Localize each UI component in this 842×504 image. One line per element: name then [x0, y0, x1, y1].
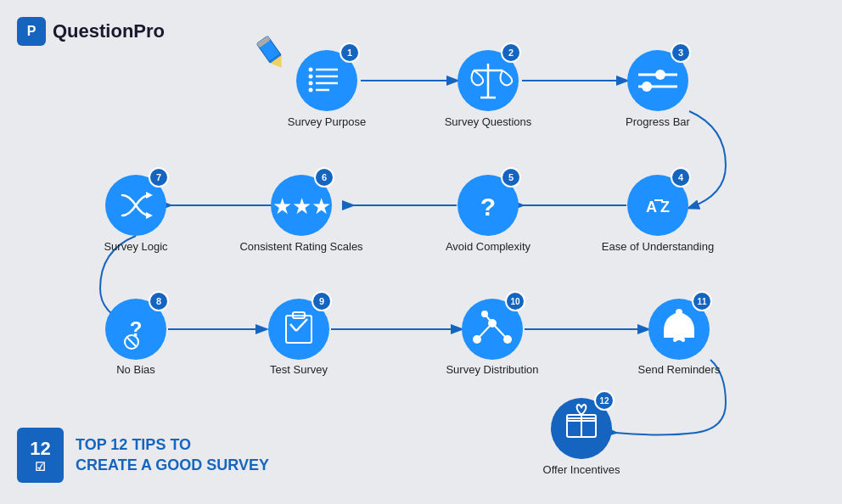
svg-text:9: 9: [319, 296, 324, 306]
svg-text:12: 12: [599, 396, 609, 406]
step-11-label: Send Reminders: [638, 363, 721, 376]
step-2-label: Survey Questions: [445, 115, 532, 128]
svg-text:?: ?: [480, 193, 496, 221]
info-number: 12 ☑: [17, 428, 64, 483]
info-box: 12 ☑ TOP 12 TIPS TO CREATE A GOOD SURVEY: [17, 428, 269, 483]
svg-point-72: [675, 340, 683, 349]
svg-text:8: 8: [156, 296, 161, 306]
svg-point-30: [655, 70, 665, 80]
step-6-label: Consistent Rating Scales: [239, 240, 363, 253]
svg-point-20: [309, 81, 313, 86]
step-5-label: Avoid Complexity: [446, 240, 531, 253]
svg-point-19: [309, 75, 313, 79]
svg-text:★★★: ★★★: [272, 193, 331, 219]
svg-text:7: 7: [156, 172, 161, 182]
pencil-icon: [256, 36, 287, 71]
svg-text:1: 1: [347, 48, 352, 58]
svg-text:4: 4: [678, 172, 684, 182]
svg-text:5: 5: [508, 172, 514, 182]
step-12-label: Offer Incentives: [543, 463, 620, 476]
svg-point-18: [309, 68, 313, 72]
step-8-label: No Bias: [116, 363, 155, 376]
step-9-label: Test Survey: [270, 363, 328, 376]
svg-text:11: 11: [697, 297, 707, 306]
step-1-label: Survey Purpose: [288, 115, 367, 128]
svg-point-71: [676, 309, 682, 316]
svg-text:2: 2: [508, 48, 514, 58]
step-10-label: Survey Distribution: [446, 363, 538, 376]
svg-point-32: [642, 81, 652, 92]
svg-text:10: 10: [510, 297, 520, 306]
svg-text:3: 3: [678, 48, 683, 58]
info-text: TOP 12 TIPS TO CREATE A GOOD SURVEY: [76, 435, 269, 475]
step-7-label: Survey Logic: [104, 240, 168, 253]
step-4-label: Ease of Understanding: [602, 240, 714, 253]
svg-point-21: [309, 88, 313, 92]
svg-text:6: 6: [322, 172, 327, 182]
step-3-label: Progress Bar: [626, 115, 691, 128]
